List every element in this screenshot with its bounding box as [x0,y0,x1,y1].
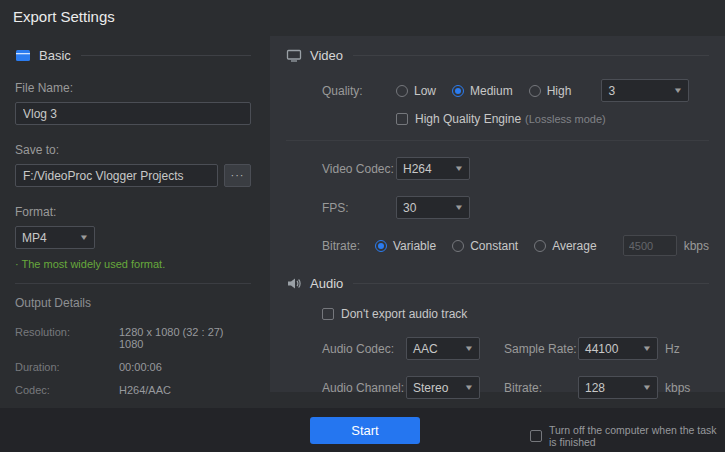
duration-label: Duration: [15,361,119,373]
divider [353,55,709,56]
bitrate-label: Bitrate: [322,239,375,253]
audio-icon [286,276,302,291]
audio-channel-row: Audio Channel: Stereo ▼ Bitrate: 128 ▼ k… [322,376,709,399]
quality-low-label: Low [414,84,436,98]
start-button[interactable]: Start [310,417,420,444]
audio-codec-row: Audio Codec: AAC ▼ Sample Rate: 44100 ▼ … [322,337,709,360]
quality-medium-label: Medium [470,84,513,98]
dont-export-audio-label: Don't export audio track [341,307,467,321]
audio-codec-label: Audio Codec: [322,342,406,356]
save-to-input[interactable] [15,164,218,187]
radio-selected-icon [375,240,387,252]
audio-channel-value: Stereo [413,381,448,395]
dont-export-audio-row: Don't export audio track [322,307,709,321]
quality-level-value: 3 [608,84,615,98]
quality-row: Quality: Low Medium High 3 ▼ [322,79,709,102]
file-name-label: File Name: [15,81,251,95]
video-icon [286,48,302,63]
divider [353,283,709,284]
codec-label: Codec: [15,384,119,396]
detail-row-codec: Codec: H264/AAC [15,384,251,396]
sample-rate-unit: Hz [665,342,680,356]
bitrate-radio-average[interactable]: Average [534,239,596,253]
browse-button[interactable]: ··· [224,164,251,187]
audio-section-label: Audio [310,276,343,291]
fps-dropdown[interactable]: 30 ▼ [396,196,470,219]
format-label: Format: [15,205,251,219]
file-name-input[interactable] [15,102,251,125]
bitrate-radio-constant[interactable]: Constant [452,239,518,253]
divider [81,55,251,56]
quality-radio-low[interactable]: Low [396,84,436,98]
video-section-label: Video [310,48,343,63]
fps-value: 30 [403,201,416,215]
resolution-value: 1280 x 1080 (32 : 27) 1080 [119,326,251,350]
audio-bitrate-dropdown[interactable]: 128 ▼ [578,376,658,399]
video-codec-row: Video Codec: H264 ▼ [322,157,709,180]
fps-label: FPS: [322,201,396,215]
format-hint: · The most widely used format. [15,258,251,270]
basic-panel: Basic File Name: Save to: ··· Format: MP… [0,36,266,408]
hq-engine-row: High Quality Engine (Lossless mode) [396,112,709,126]
page-title: Export Settings [13,8,115,25]
format-value: MP4 [22,231,47,245]
output-details-title: Output Details [15,296,251,310]
checkbox-icon [530,430,542,442]
audio-codec-dropdown[interactable]: AAC ▼ [406,337,480,360]
radio-icon [452,240,464,252]
hq-engine-checkbox[interactable]: High Quality Engine (Lossless mode) [396,112,606,126]
checkbox-icon [322,308,334,320]
hq-engine-note: (Lossless mode) [525,113,606,125]
video-section-header: Video [286,48,709,63]
dont-export-audio-checkbox[interactable]: Don't export audio track [322,307,467,321]
shutdown-checkbox[interactable]: Turn off the computer when the task is f… [530,424,725,448]
resolution-label: Resolution: [15,326,119,350]
shutdown-label: Turn off the computer when the task is f… [549,424,725,448]
radio-selected-icon [452,85,464,97]
bitrate-row: Bitrate: Variable Constant Average kbps [322,235,709,256]
audio-bitrate-unit: kbps [665,381,690,395]
audio-section-header: Audio [286,276,709,291]
sample-rate-value: 44100 [585,342,618,356]
audio-channel-dropdown[interactable]: Stereo ▼ [406,376,480,399]
save-to-label: Save to: [15,143,251,157]
bottom-bar: Start Turn off the computer when the tas… [0,408,725,452]
bitrate-constant-label: Constant [470,239,518,253]
quality-radio-medium[interactable]: Medium [452,84,513,98]
bitrate-radio-variable[interactable]: Variable [375,239,436,253]
radio-icon [396,85,408,97]
divider [286,140,709,141]
chevron-down-icon: ▼ [79,233,89,242]
quality-radio-high[interactable]: High [529,84,572,98]
duration-value: 00:00:06 [119,361,162,373]
chevron-down-icon: ▼ [454,203,464,212]
fps-row: FPS: 30 ▼ [322,196,709,219]
quality-level-dropdown[interactable]: 3 ▼ [601,79,689,102]
audio-bitrate-value: 128 [585,381,605,395]
video-codec-dropdown[interactable]: H264 ▼ [396,157,470,180]
bitrate-average-label: Average [552,239,596,253]
sample-rate-label: Sample Rate: [504,342,578,356]
bitrate-unit: kbps [684,239,709,253]
video-codec-label: Video Codec: [322,162,396,176]
quality-label: Quality: [322,84,396,98]
bitrate-value-input[interactable] [623,235,677,256]
codec-value: H264/AAC [119,384,171,396]
audio-channel-label: Audio Channel: [322,381,406,395]
quality-high-label: High [547,84,572,98]
hq-engine-label: High Quality Engine [415,112,521,126]
chevron-down-icon: ▼ [464,383,474,392]
chevron-down-icon: ▼ [642,344,652,353]
chevron-down-icon: ▼ [673,86,683,95]
audio-codec-value: AAC [413,342,438,356]
basic-section-label: Basic [39,48,71,63]
format-dropdown[interactable]: MP4 ▼ [15,226,95,249]
checkbox-icon [396,113,408,125]
sample-rate-dropdown[interactable]: 44100 ▼ [578,337,658,360]
bitrate-variable-label: Variable [393,239,436,253]
divider [15,283,251,284]
detail-row-resolution: Resolution: 1280 x 1080 (32 : 27) 1080 [15,326,251,350]
audio-bitrate-label: Bitrate: [504,381,578,395]
radio-icon [529,85,541,97]
detail-row-duration: Duration: 00:00:06 [15,361,251,373]
